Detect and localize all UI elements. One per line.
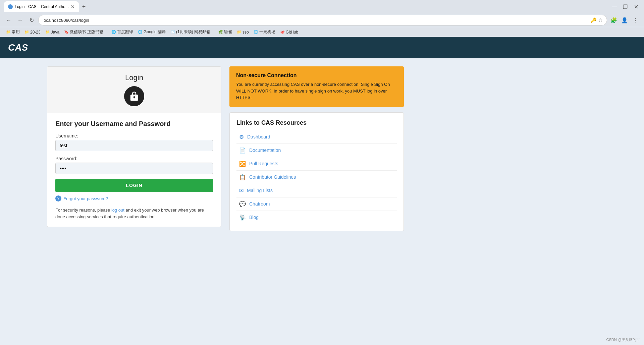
key-icon: 🔑 <box>591 17 596 23</box>
login-title: Login <box>54 73 214 82</box>
bookmark-label-1: 20-23 <box>30 30 41 35</box>
login-button[interactable]: LOGIN <box>55 179 213 192</box>
browser-toolbar: ← → ↻ localhost:8080/cas/login 🔑 ☆ 🧩 👤 ⋮ <box>0 13 644 27</box>
resource-label-mailing-lists: Mailing Lists <box>247 188 273 193</box>
resource-pull-requests[interactable]: 🔀 Pull Requests <box>236 157 397 171</box>
login-card-header: Login <box>47 67 221 113</box>
resource-dashboard[interactable]: ⚙ Dashboard <box>236 130 397 144</box>
username-input[interactable] <box>55 140 213 151</box>
close-button[interactable]: ✕ <box>632 3 640 11</box>
bookmark-item-10[interactable]: 🐙 GitHub <box>278 29 300 35</box>
forgot-password-row: ? Forgot your password? <box>55 195 213 202</box>
password-label: Password: <box>55 156 213 161</box>
folder-icon-1: 📁 <box>24 30 29 34</box>
bookmark-label-9: 一元机场 <box>259 29 275 35</box>
resource-blog[interactable]: 📡 Blog <box>236 211 397 224</box>
bookmark-label-6: (1封未读) 网易邮箱... <box>176 29 214 35</box>
bookmark-item-8[interactable]: 📁 sso <box>235 29 251 35</box>
right-panel: Non-secure Connection You are currently … <box>229 66 404 342</box>
profile-button[interactable]: 👤 <box>620 15 629 25</box>
resources-box: Links to CAS Resources ⚙ Dashboard 📄 Doc… <box>229 112 404 231</box>
tab-favicon <box>8 4 13 9</box>
bookmark-star-icon[interactable]: ☆ <box>598 17 603 23</box>
folder-icon-8: 📁 <box>237 30 241 34</box>
security-notice: For security reasons, please log out and… <box>55 207 213 220</box>
tab-title: Login - CAS – Central Authe... <box>15 4 69 9</box>
toolbar-right: 🧩 👤 ⋮ <box>609 15 640 25</box>
bookmark-item-9[interactable]: 🌐 一元机场 <box>252 28 277 36</box>
reload-button[interactable]: ↻ <box>27 15 36 25</box>
login-card: Login Enter your Username and Password U… <box>47 66 221 227</box>
bookmark-item-6[interactable]: ✉️ (1封未读) 网易邮箱... <box>168 28 216 36</box>
minimize-button[interactable]: — <box>610 3 619 11</box>
contributor-guidelines-icon: 📋 <box>239 174 246 180</box>
bookmark-label-0: 常用 <box>12 29 20 35</box>
documentation-icon: 📄 <box>239 147 246 154</box>
cas-header: CAS <box>0 37 644 58</box>
blog-icon: 📡 <box>239 214 246 221</box>
bookmark-item-1[interactable]: 📁 20-23 <box>22 29 43 35</box>
globe-icon-9: 🌐 <box>254 30 258 34</box>
username-label: Username: <box>55 133 213 138</box>
mail-icon-6: ✉️ <box>170 30 175 34</box>
logout-link[interactable]: log out <box>111 208 124 213</box>
lock-icon-circle <box>124 86 144 106</box>
bookmark-item-3[interactable]: 🔖 微信读书-正版书籍... <box>62 28 109 36</box>
bookmark-item-5[interactable]: 🌐 Google 翻译 <box>136 28 168 36</box>
resource-label-contributor-guidelines: Contributor Guidelines <box>249 174 296 180</box>
resource-label-blog: Blog <box>249 215 259 220</box>
bookmark-label-7: 语雀 <box>224 29 232 35</box>
resource-contributor-guidelines[interactable]: 📋 Contributor Guidelines <box>236 171 397 184</box>
bookmark-label-8: sso <box>243 30 249 35</box>
bookmark-label-4: 百度翻译 <box>117 29 133 35</box>
globe-icon-5: 🌐 <box>138 30 143 34</box>
resource-label-dashboard: Dashboard <box>247 134 270 139</box>
warning-box: Non-secure Connection You are currently … <box>229 66 404 107</box>
bookmark-label-10: GitHub <box>286 30 298 35</box>
resource-chatroom[interactable]: 💬 Chatroom <box>236 197 397 211</box>
resource-label-pull-requests: Pull Requests <box>249 161 278 166</box>
resource-label-documentation: Documentation <box>249 148 281 153</box>
active-tab[interactable]: Login - CAS – Central Authe... ✕ <box>4 1 79 12</box>
bookmark-label-3: 微信读书-正版书籍... <box>70 29 107 35</box>
maximize-button[interactable]: ❐ <box>621 3 629 11</box>
watermark: CSDN @没头脑的古 <box>606 337 640 342</box>
help-icon: ? <box>55 195 61 202</box>
warning-title: Non-secure Connection <box>236 72 397 78</box>
page-content: Login Enter your Username and Password U… <box>0 58 644 345</box>
password-input[interactable] <box>55 163 213 174</box>
bookmark-item-0[interactable]: 📁 常用 <box>4 28 22 36</box>
bookmark-label-2: Java <box>51 30 59 35</box>
warning-text: You are currently accessing CAS over a n… <box>236 81 397 101</box>
bookmark-label-5: Google 翻译 <box>144 29 166 35</box>
tab-close-button[interactable]: ✕ <box>71 4 75 9</box>
chatroom-icon: 💬 <box>239 201 246 207</box>
dashboard-icon: ⚙ <box>239 134 244 140</box>
address-bar[interactable]: localhost:8080/cas/login 🔑 ☆ <box>38 15 607 25</box>
address-url: localhost:8080/cas/login <box>43 18 589 23</box>
resources-title: Links to CAS Resources <box>236 119 397 126</box>
resource-documentation[interactable]: 📄 Documentation <box>236 144 397 157</box>
extensions-button[interactable]: 🧩 <box>609 15 619 25</box>
resource-mailing-lists[interactable]: ✉ Mailing Lists <box>236 184 397 197</box>
menu-button[interactable]: ⋮ <box>631 15 640 25</box>
folder-icon-2: 📁 <box>45 30 50 34</box>
new-tab-button[interactable]: + <box>80 3 88 10</box>
back-button[interactable]: ← <box>4 15 13 25</box>
folder-icon-0: 📁 <box>6 30 11 34</box>
leaf-icon-7: 🌿 <box>218 30 223 34</box>
forward-button[interactable]: → <box>15 15 25 25</box>
bookmarks-bar: 📁 常用 📁 20-23 📁 Java 🔖 微信读书-正版书籍... 🌐 百度翻… <box>0 27 644 37</box>
resource-label-chatroom: Chatroom <box>249 201 270 207</box>
bookmark-icon-3: 🔖 <box>64 30 69 34</box>
lock-icon <box>129 91 139 101</box>
browser-titlebar: Login - CAS – Central Authe... ✕ + — ❐ ✕ <box>0 0 644 13</box>
cas-logo: CAS <box>8 42 28 53</box>
bookmark-item-4[interactable]: 🌐 百度翻译 <box>109 28 135 36</box>
github-icon-10: 🐙 <box>280 30 285 34</box>
bookmark-item-7[interactable]: 🌿 语雀 <box>216 28 234 36</box>
address-bar-icons: 🔑 ☆ <box>591 17 603 23</box>
security-notice-before: For security reasons, please <box>55 208 111 213</box>
forgot-password-link[interactable]: Forgot your password? <box>63 196 108 201</box>
bookmark-item-2[interactable]: 📁 Java <box>43 29 61 35</box>
